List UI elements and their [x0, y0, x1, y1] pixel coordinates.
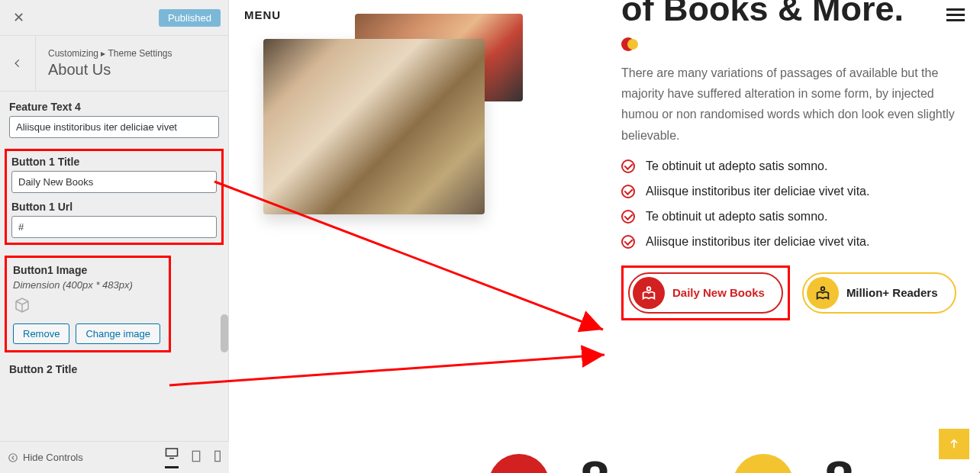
stat-circle [977, 454, 980, 473]
arrow-up-icon [948, 438, 960, 450]
image-thumbnail-icon [13, 295, 31, 314]
check-circle-icon [621, 185, 635, 198]
button1-title-group: Button 1 Title [11, 156, 217, 193]
header-text: Customizing ▸ Theme Settings About Us [36, 38, 228, 88]
sidebar-header: Customizing ▸ Theme Settings About Us [0, 36, 228, 92]
about-paragraph: There are many variations of passages of… [621, 63, 965, 146]
remove-image-button[interactable]: Remove [13, 323, 69, 344]
mobile-icon [214, 450, 221, 462]
about-title: of Books & More. [621, 0, 965, 26]
scroll-top-button[interactable] [939, 429, 969, 459]
feature-text: Aliisque institoribus iter deliciae vive… [646, 235, 869, 249]
tablet-icon [191, 450, 201, 462]
stat-number: 8 [580, 450, 610, 473]
svg-point-0 [9, 453, 18, 462]
feature-text-4-input[interactable] [9, 116, 219, 138]
about-text-block: of Books & More. There are many variatio… [621, 0, 965, 320]
button1-title-label: Button 1 Title [11, 156, 217, 168]
button1-url-label: Button 1 Url [11, 201, 217, 213]
hide-controls-button[interactable]: Hide Controls [8, 452, 83, 463]
svg-rect-1 [166, 449, 178, 456]
svg-rect-2 [192, 451, 199, 461]
annotation-box-button1-image: Button1 Image Dimension (400px * 483px) … [5, 256, 171, 352]
sidebar-top-bar: ✕ Published [0, 0, 228, 36]
breadcrumb: Customizing ▸ Theme Settings [48, 48, 216, 59]
feature-item: Te obtinuit ut adepto satis somno. [621, 210, 965, 224]
book-icon-circle [633, 277, 665, 309]
cta-buttons-row: Daily New Books Million+ Readers [621, 265, 965, 320]
cta-label: Daily New Books [672, 286, 765, 299]
feature-text: Te obtinuit ut adepto satis somno. [646, 210, 827, 224]
change-image-button[interactable]: Change image [76, 323, 160, 344]
button1-title-input[interactable] [11, 171, 217, 193]
tablet-device-button[interactable] [191, 450, 201, 465]
check-circle-icon [621, 235, 635, 249]
menu-label[interactable]: MENU [244, 8, 281, 21]
stat-circle [488, 454, 550, 473]
dimension-hint: Dimension (400px * 483px) [13, 279, 163, 291]
annotation-box-cta-target: Daily New Books [621, 265, 790, 320]
check-circle-icon [621, 210, 635, 224]
check-circle-icon [621, 159, 635, 173]
chevron-left-icon [12, 58, 23, 69]
feature-text: Te obtinuit ut adepto satis somno. [646, 159, 827, 173]
svg-point-4 [647, 287, 651, 291]
customizer-sidebar: ✕ Published Customizing ▸ Theme Settings… [0, 0, 229, 473]
svg-point-5 [821, 287, 825, 291]
mobile-device-button[interactable] [214, 450, 221, 465]
feature-list: Te obtinuit ut adepto satis somno. Aliis… [621, 159, 965, 249]
svg-rect-3 [215, 451, 221, 461]
book-icon [640, 285, 657, 301]
feature-text-4-label: Feature Text 4 [9, 101, 219, 113]
feature-text-4-group: Feature Text 4 [9, 101, 219, 138]
feature-item: Aliisque institoribus iter deliciae vive… [621, 185, 965, 198]
stat-number: 8 [824, 450, 854, 473]
hide-controls-label: Hide Controls [23, 452, 83, 463]
scrollbar-thumb[interactable] [221, 314, 228, 352]
feature-item: Aliisque institoribus iter deliciae vive… [621, 235, 965, 249]
image-buttons-row: Remove Change image [13, 323, 163, 344]
sidebar-footer: Hide Controls [0, 441, 229, 473]
section-title: About Us [48, 61, 216, 79]
device-switcher [165, 447, 221, 468]
sidebar-body: Feature Text 4 Button 1 Title Button 1 U… [0, 92, 228, 442]
million-readers-button[interactable]: Million+ Readers [802, 272, 956, 314]
button1-url-input[interactable] [11, 216, 217, 238]
preview-pane: MENU of Books & More. There are many var… [229, 0, 980, 473]
button2-title-label: Button 2 Title [9, 363, 219, 375]
desktop-icon [165, 447, 179, 459]
publish-status-button[interactable]: Published [159, 9, 221, 27]
daily-new-books-button[interactable]: Daily New Books [628, 272, 783, 314]
desktop-device-button[interactable] [165, 447, 179, 468]
annotation-box-button1-fields: Button 1 Title Button 1 Url [5, 149, 224, 245]
button2-title-group: Button 2 Title [9, 363, 219, 375]
close-button[interactable]: ✕ [8, 7, 29, 28]
button1-image-label: Button1 Image [13, 264, 163, 276]
collapse-icon [8, 452, 18, 463]
feature-text: Aliisque institoribus iter deliciae vive… [646, 185, 869, 198]
feature-item: Te obtinuit ut adepto satis somno. [621, 159, 965, 173]
cta-label: Million+ Readers [846, 286, 938, 299]
back-button[interactable] [0, 36, 36, 91]
decorative-dot [621, 37, 635, 51]
reader-icon-circle [807, 277, 839, 309]
stat-circle [733, 454, 794, 473]
about-image-front [263, 39, 485, 214]
button1-url-group: Button 1 Url [11, 201, 217, 238]
reader-icon [814, 285, 831, 301]
